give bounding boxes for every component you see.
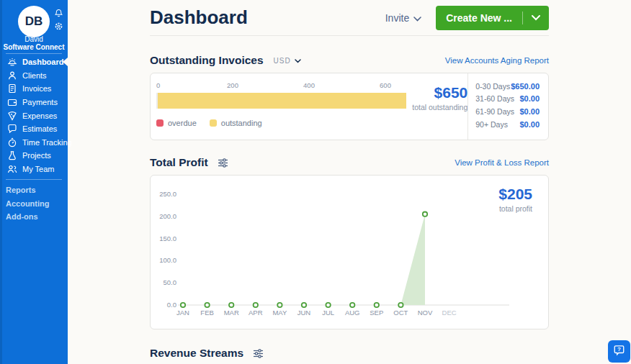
- aging-value[interactable]: $650.00: [511, 82, 540, 91]
- bar-axis-tick: 400: [303, 81, 315, 89]
- sidebar-item-label: Invoices: [22, 84, 51, 93]
- legend-item-outstanding: outstanding: [210, 119, 262, 127]
- sidebar: DB David Software Connect DashboardClien…: [0, 0, 68, 364]
- sidebar-item-expenses[interactable]: Expenses: [0, 109, 68, 122]
- total-profit-value: $205: [498, 186, 532, 203]
- svg-text:MAR: MAR: [224, 309, 239, 317]
- outstanding-total: $650 total outstanding: [406, 73, 468, 140]
- time-tracking-icon: [7, 137, 17, 147]
- invoices-icon: [7, 83, 17, 94]
- aging-value[interactable]: $0.00: [519, 94, 540, 103]
- filter-icon[interactable]: [218, 158, 228, 168]
- bell-icon[interactable]: [54, 8, 63, 17]
- currency-selector[interactable]: USD: [274, 57, 301, 65]
- clients-icon: [7, 70, 17, 81]
- user-name: David: [0, 35, 68, 43]
- sidebar-item-label: Time Tracking: [22, 138, 72, 147]
- total-profit-label: total profit: [498, 204, 532, 213]
- invite-label: Invite: [385, 12, 409, 24]
- svg-text:MAY: MAY: [272, 309, 287, 317]
- page-header: Dashboard Invite Create New ...: [150, 0, 549, 36]
- outstanding-invoices-title: Outstanding Invoices: [150, 54, 264, 67]
- svg-text:JUL: JUL: [322, 309, 334, 317]
- help-chat-button[interactable]: ?: [608, 340, 630, 363]
- legend-swatch: [156, 119, 164, 127]
- revenue-streams-header: Revenue Streams: [150, 346, 549, 360]
- gear-icon[interactable]: [54, 21, 63, 30]
- create-new-caret[interactable]: [523, 6, 549, 30]
- estimates-icon: [7, 124, 17, 134]
- legend-item-overdue: overdue: [156, 119, 197, 127]
- svg-text:APR: APR: [249, 309, 263, 317]
- sidebar-edge: [0, 0, 2, 364]
- bar-axis-tick: 200: [227, 81, 238, 89]
- sidebar-item-label: Expenses: [22, 112, 57, 120]
- sidebar-item-my-team[interactable]: My Team: [0, 163, 68, 176]
- svg-text:AUG: AUG: [345, 309, 360, 317]
- chart-legend: overdueoutstanding: [156, 119, 406, 127]
- sidebar-divider: [6, 53, 62, 54]
- create-new-label[interactable]: Create New ...: [436, 6, 522, 30]
- sidebar-item-reports[interactable]: Reports: [0, 183, 68, 196]
- outstanding-invoices-header: Outstanding Invoices USD View Accounts A…: [150, 53, 549, 68]
- aging-row: 31-60 Days$0.00: [475, 93, 540, 106]
- create-new-button[interactable]: Create New ...: [436, 6, 549, 30]
- svg-text:100.0: 100.0: [159, 256, 176, 264]
- svg-text:DEC: DEC: [442, 309, 457, 317]
- sidebar-item-payments[interactable]: Payments: [0, 96, 68, 109]
- sidebar-item-label: Estimates: [22, 124, 57, 133]
- svg-text:NOV: NOV: [418, 309, 433, 317]
- sidebar-item-clients[interactable]: Clients: [0, 69, 68, 83]
- projects-icon: [7, 150, 17, 160]
- sidebar-nav-secondary: ReportsAccountingAdd-ons: [0, 183, 68, 223]
- aging-table: 0-30 Days$650.0031-60 Days$0.0061-90 Day…: [467, 73, 548, 140]
- svg-text:SEP: SEP: [370, 309, 383, 317]
- help-chat-icon: ?: [613, 344, 625, 359]
- sidebar-item-estimates[interactable]: Estimates: [0, 122, 68, 136]
- aging-value[interactable]: $0.00: [519, 107, 540, 116]
- view-profit-loss-report-link[interactable]: View Profit & Loss Report: [455, 158, 549, 167]
- svg-text:0.0: 0.0: [167, 301, 176, 309]
- outstanding-total-value: $650: [406, 84, 468, 101]
- chevron-down-icon: [413, 12, 421, 24]
- legend-swatch: [210, 119, 217, 127]
- aging-label: 61-90 Days: [475, 107, 514, 116]
- outstanding-invoices-chart: 0200400600 overdueoutstanding: [151, 73, 406, 140]
- outstanding-bar: [158, 93, 406, 109]
- sidebar-item-add-ons[interactable]: Add-ons: [0, 210, 68, 223]
- svg-text:?: ?: [617, 346, 621, 352]
- aging-value[interactable]: $0.00: [519, 120, 540, 129]
- chevron-down-icon: [295, 57, 301, 65]
- total-profit-stat: $205 total profit: [498, 186, 532, 213]
- bar-chart-axis: 0200400600: [156, 81, 406, 93]
- sidebar-item-label: Payments: [22, 98, 58, 106]
- dashboard-icon: [7, 57, 17, 67]
- page-title: Dashboard: [150, 6, 248, 29]
- svg-text:JUN: JUN: [297, 309, 311, 317]
- outstanding-invoices-card: 0200400600 overdueoutstanding $650 total…: [150, 73, 549, 140]
- svg-text:50.0: 50.0: [164, 278, 177, 286]
- currency-label: USD: [274, 57, 291, 65]
- sidebar-item-dashboard[interactable]: Dashboard: [0, 55, 68, 69]
- total-profit-title: Total Profit: [150, 156, 208, 169]
- sidebar-item-invoices[interactable]: Invoices: [0, 82, 68, 96]
- filter-icon[interactable]: [253, 349, 264, 358]
- svg-text:200.0: 200.0: [159, 212, 176, 220]
- legend-label: outstanding: [221, 119, 262, 127]
- revenue-streams-title: Revenue Streams: [150, 347, 243, 360]
- view-accounts-aging-report-link[interactable]: View Accounts Aging Report: [445, 56, 549, 65]
- bar-chart-area: [156, 93, 406, 109]
- avatar[interactable]: DB: [18, 6, 50, 37]
- sidebar-nav: DashboardClientsInvoicesPaymentsExpenses…: [0, 55, 68, 176]
- invite-button[interactable]: Invite: [385, 12, 421, 24]
- sidebar-item-label: Clients: [22, 71, 47, 80]
- aging-label: 90+ Days: [475, 120, 508, 129]
- legend-label: overdue: [168, 119, 197, 127]
- sidebar-item-accounting[interactable]: Accounting: [0, 196, 68, 209]
- total-profit-header: Total Profit View Profit & Loss Report: [150, 155, 549, 170]
- sidebar-item-time-tracking[interactable]: Time Tracking: [0, 136, 68, 150]
- aging-row: 90+ Days$0.00: [475, 118, 540, 131]
- sidebar-item-projects[interactable]: Projects: [0, 149, 68, 163]
- expenses-icon: [7, 111, 17, 121]
- my-team-icon: [7, 164, 17, 174]
